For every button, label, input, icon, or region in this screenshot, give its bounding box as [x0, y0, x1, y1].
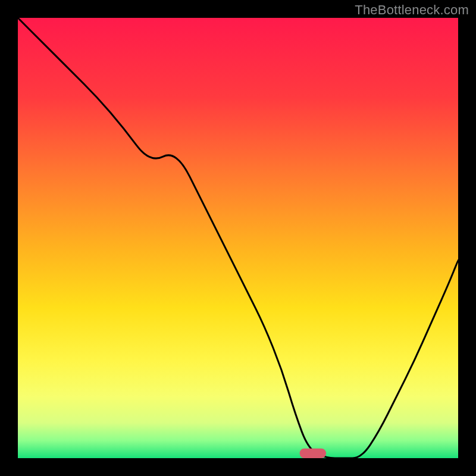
- watermark-text: TheBottleneck.com: [355, 2, 469, 18]
- plot-area: [18, 18, 458, 458]
- optimum-marker: [300, 449, 326, 458]
- optimum-marker-layer: [18, 18, 458, 458]
- chart-frame: TheBottleneck.com: [0, 0, 476, 476]
